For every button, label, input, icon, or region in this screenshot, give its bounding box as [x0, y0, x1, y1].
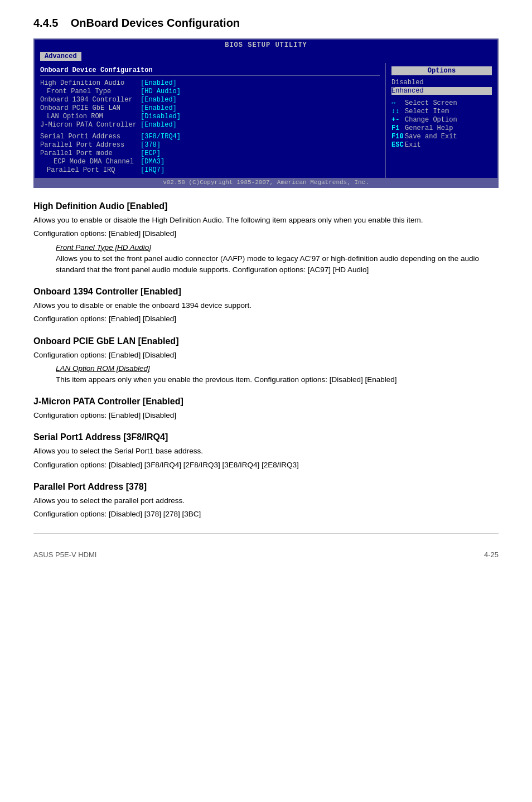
- content-para: Allows you to disable or enable the onbo…: [33, 300, 499, 311]
- arrow-updown-icon: ↕↕: [391, 108, 405, 115]
- content-sub-heading: LAN Option ROM [Disabled]: [56, 364, 499, 373]
- content-heading: High Definition Audio [Enabled]: [33, 201, 499, 211]
- bios-item-label: Onboard PCIE GbE LAN: [40, 104, 141, 112]
- footer-right: 4-25: [484, 550, 499, 559]
- bios-item-value: [DMA3]: [141, 158, 165, 166]
- content-para: Configuration options: [Enabled] [Disabl…: [33, 313, 499, 325]
- bios-key-row: F1 General Help: [391, 124, 492, 132]
- bios-right-panel: Options Disabled Enhanced ↔ Select Scree…: [386, 63, 497, 178]
- content-sub-front-panel: Front Panel Type [HD Audio] Allows you t…: [33, 243, 499, 276]
- content-section-1394: Onboard 1394 Controller [Enabled] Allows…: [33, 287, 499, 325]
- f1-key-icon: F1: [391, 124, 405, 132]
- bios-item-value: [Enabled]: [141, 104, 177, 112]
- content-section-parallel-port: Parallel Port Address [378] Allows you t…: [33, 482, 499, 520]
- bios-item-label: ECP Mode DMA Channel: [40, 158, 141, 166]
- bios-item[interactable]: Serial Port1 Address [3F8/IRQ4]: [40, 133, 380, 141]
- bios-key-label: Select Screen: [405, 99, 457, 107]
- bios-nav-tab[interactable]: Advanced: [40, 52, 81, 61]
- bios-item[interactable]: Onboard PCIE GbE LAN [Enabled]: [40, 104, 380, 112]
- content-para: Configuration options: [Enabled] [Disabl…: [33, 350, 499, 361]
- bios-item-label: Parallel Port IRQ: [40, 166, 141, 174]
- bios-key-legend: ↔ Select Screen ↕↕ Select Item +- Change…: [391, 99, 492, 149]
- bios-key-row: ↔ Select Screen: [391, 99, 492, 107]
- content-sub-heading: Front Panel Type [HD Audio]: [56, 243, 499, 252]
- bios-item-value: [Enabled]: [141, 121, 177, 129]
- content-heading: Onboard PCIE GbE LAN [Enabled]: [33, 336, 499, 346]
- content-para: Configuration options: [Disabled] [3F8/I…: [33, 460, 499, 471]
- bios-key-label: General Help: [405, 124, 453, 132]
- bios-key-label: Change Option: [405, 116, 457, 124]
- content-heading: Onboard 1394 Controller [Enabled]: [33, 287, 499, 297]
- bios-item-value: [378]: [141, 141, 161, 149]
- bios-item-label: Parallel Port Address: [40, 141, 141, 149]
- content-section-pcie-lan: Onboard PCIE GbE LAN [Enabled] Configura…: [33, 336, 499, 386]
- arrow-leftright-icon: ↔: [391, 99, 405, 107]
- bios-item-label: Front Panel Type: [40, 88, 141, 95]
- bios-item[interactable]: ECP Mode DMA Channel [DMA3]: [40, 158, 380, 166]
- bios-item-value: [Disabled]: [141, 113, 181, 120]
- bios-option-enhanced[interactable]: Enhanced: [391, 87, 492, 95]
- bios-key-row: +- Change Option: [391, 116, 492, 124]
- content-para: Configuration options: [Enabled] [Disabl…: [33, 228, 499, 239]
- bios-item-value: [3F8/IRQ4]: [141, 133, 181, 141]
- bios-options-header: Options: [391, 66, 492, 75]
- content-sub-lan-rom: LAN Option ROM [Disabled] This item appe…: [33, 364, 499, 385]
- f10-key-icon: F10: [391, 133, 405, 141]
- bios-item-value: [Enabled]: [141, 96, 177, 104]
- content-para: Allows you to select the Serial Port1 ba…: [33, 446, 499, 457]
- bios-item-label: LAN Option ROM: [40, 113, 141, 120]
- content-para: Allows you to select the parallel port a…: [33, 495, 499, 506]
- content-section-serial-port: Serial Port1 Address [3F8/IRQ4] Allows y…: [33, 432, 499, 471]
- content-para: Allows you to set the front panel audio …: [56, 253, 499, 276]
- bios-left-panel: Onboard Device Configuraiton High Defini…: [35, 63, 386, 178]
- bios-title: BIOS SETUP UTILITY: [225, 41, 307, 49]
- bios-item-label: Onboard 1394 Controller: [40, 96, 141, 104]
- bios-item-value: [Enabled]: [141, 79, 177, 87]
- bios-option-disabled[interactable]: Disabled: [391, 79, 492, 86]
- bios-key-row: ESC Exit: [391, 141, 492, 149]
- bios-key-row: ↕↕ Select Item: [391, 108, 492, 115]
- content-para: This item appears only when you enable t…: [56, 374, 499, 385]
- page-footer: ASUS P5E-V HDMI 4-25: [33, 550, 499, 559]
- bios-item[interactable]: Parallel Port Address [378]: [40, 141, 380, 149]
- content-section-jmicron: J-Micron PATA Controller [Enabled] Confi…: [33, 397, 499, 421]
- bios-content-area: Onboard Device Configuraiton High Defini…: [35, 63, 497, 178]
- bios-footer: v02.58 (C)Copyright 1985-2007, American …: [35, 178, 497, 187]
- content-heading: Parallel Port Address [378]: [33, 482, 499, 492]
- section-number: 4.4.5: [33, 17, 58, 29]
- plus-minus-icon: +-: [391, 116, 405, 124]
- bios-item-label: High Definition Audio: [40, 79, 141, 87]
- bios-key-label: Exit: [405, 141, 421, 149]
- content-para: Configuration options: [Disabled] [378] …: [33, 509, 499, 520]
- content-heading: J-Micron PATA Controller [Enabled]: [33, 397, 499, 407]
- bios-key-label: Save and Exit: [405, 133, 457, 141]
- bios-key-row: F10 Save and Exit: [391, 133, 492, 141]
- content-para: Allows you to enable or disable the High…: [33, 215, 499, 226]
- bios-item[interactable]: LAN Option ROM [Disabled]: [40, 113, 380, 120]
- bios-screen: BIOS SETUP UTILITY Advanced Onboard Devi…: [33, 38, 499, 188]
- section-title: 4.4.5 OnBoard Devices Configuration: [33, 17, 499, 30]
- bios-item-label: Parallel Port mode: [40, 149, 141, 157]
- bios-item[interactable]: Parallel Port IRQ [IRQ7]: [40, 166, 380, 174]
- bios-item[interactable]: J-Micron PATA Controller [Enabled]: [40, 121, 380, 129]
- page-divider: [33, 533, 499, 534]
- bios-item-label: Serial Port1 Address: [40, 133, 141, 141]
- bios-item-value: [IRQ7]: [141, 166, 165, 174]
- content-section-hd-audio: High Definition Audio [Enabled] Allows y…: [33, 201, 499, 276]
- bios-section-header: Onboard Device Configuraiton: [40, 66, 380, 76]
- content-para: Configuration options: [Enabled] [Disabl…: [33, 410, 499, 421]
- bios-key-label: Select Item: [405, 108, 449, 115]
- footer-left: ASUS P5E-V HDMI: [33, 550, 96, 559]
- bios-item[interactable]: Parallel Port mode [ECP]: [40, 149, 380, 157]
- bios-item[interactable]: High Definition Audio [Enabled]: [40, 79, 380, 87]
- bios-title-bar: BIOS SETUP UTILITY: [35, 40, 497, 51]
- bios-item-value: [ECP]: [141, 149, 161, 157]
- esc-key-icon: ESC: [391, 141, 405, 149]
- bios-item-label: J-Micron PATA Controller: [40, 121, 141, 129]
- section-heading-text: OnBoard Devices Configuration: [71, 17, 240, 29]
- bios-item[interactable]: Front Panel Type [HD Audio]: [40, 88, 380, 95]
- bios-item[interactable]: Onboard 1394 Controller [Enabled]: [40, 96, 380, 104]
- content-heading: Serial Port1 Address [3F8/IRQ4]: [33, 432, 499, 442]
- bios-item-value: [HD Audio]: [141, 88, 181, 95]
